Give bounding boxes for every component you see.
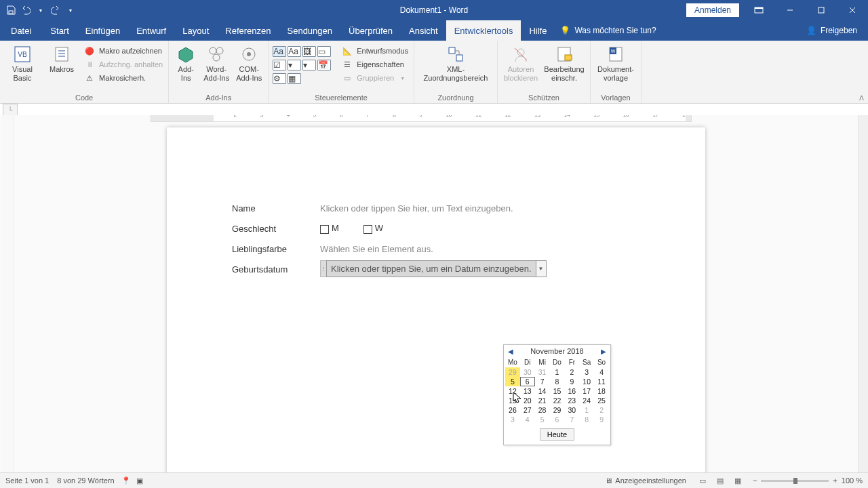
dropdown-list-control-icon[interactable]: ▾ xyxy=(302,60,316,70)
document-template-button[interactable]: WDokument- vorlage xyxy=(595,42,637,82)
calendar-day[interactable]: 6 xyxy=(520,377,535,386)
tab-überprüfen[interactable]: Überprüfen xyxy=(340,20,401,41)
calendar-day[interactable]: 3 xyxy=(579,367,594,377)
record-macro-button[interactable]: 🔴Makro aufzeichnen xyxy=(83,45,164,57)
undo-icon[interactable] xyxy=(20,5,31,16)
zoom-slider[interactable] xyxy=(761,480,829,482)
qat-customize-icon[interactable]: ▼ xyxy=(65,5,76,16)
calendar-day[interactable]: 17 xyxy=(579,386,594,396)
calendar-day[interactable]: 18 xyxy=(594,386,609,396)
tab-selector[interactable]: └ xyxy=(3,104,18,116)
design-mode-button[interactable]: 📐Entwurfsmodus xyxy=(340,45,410,57)
calendar-day[interactable]: 14 xyxy=(535,386,550,396)
checkbox-female[interactable]: W xyxy=(363,223,383,233)
calendar-day[interactable]: 23 xyxy=(564,396,579,405)
field-color[interactable]: Wählen Sie ein Element aus. xyxy=(320,244,433,254)
calendar-day[interactable]: 7 xyxy=(564,415,579,424)
minimize-button[interactable] xyxy=(774,0,806,20)
maximize-button[interactable] xyxy=(806,0,837,20)
proofing-icon[interactable]: 📍 xyxy=(121,476,131,485)
tab-layout[interactable]: Layout xyxy=(174,20,217,41)
tab-entwurf[interactable]: Entwurf xyxy=(128,20,174,41)
calendar-next-button[interactable]: ▶ xyxy=(601,348,606,355)
calendar-day[interactable]: 30 xyxy=(520,367,535,377)
calendar-day[interactable]: 2 xyxy=(564,367,579,377)
calendar-day[interactable]: 5 xyxy=(505,377,520,386)
zoom-control[interactable]: − + 100 % xyxy=(753,476,863,485)
calendar-day[interactable]: 19 xyxy=(505,396,520,405)
calendar-day[interactable]: 11 xyxy=(594,377,609,386)
scrollbar-vertical[interactable] xyxy=(858,115,868,473)
addins-button[interactable]: Add- Ins xyxy=(173,42,199,82)
word-addins-button[interactable]: Word- Add-Ins xyxy=(201,42,231,82)
date-picker-control-icon[interactable]: 📅 xyxy=(317,60,331,70)
calendar-day[interactable]: 8 xyxy=(579,415,594,424)
undo-dropdown-icon[interactable]: ▼ xyxy=(35,5,46,16)
zoom-out-button[interactable]: − xyxy=(753,476,757,485)
xml-mapping-button[interactable]: XML- Zuordnungsbereich xyxy=(418,42,493,82)
calendar-day[interactable]: 29 xyxy=(505,367,520,377)
calendar-day[interactable]: 5 xyxy=(535,415,550,424)
calendar-day[interactable]: 4 xyxy=(520,415,535,424)
birthdate-placeholder[interactable]: Klicken oder tippen Sie, um ein Datum ei… xyxy=(326,260,536,277)
sign-in-button[interactable]: Anmelden xyxy=(686,3,739,17)
calendar-day[interactable]: 4 xyxy=(594,367,609,377)
calendar-day[interactable]: 10 xyxy=(579,377,594,386)
tab-referenzen[interactable]: Referenzen xyxy=(217,20,279,41)
repeating-section-control-icon[interactable]: ▭ xyxy=(317,46,331,57)
close-button[interactable] xyxy=(837,0,868,20)
rich-text-control-icon[interactable]: Aa xyxy=(273,46,286,57)
ribbon-display-icon[interactable] xyxy=(743,0,774,20)
calendar-today-button[interactable]: Heute xyxy=(540,428,574,441)
macro-security-button[interactable]: ⚠Makrosicherh. xyxy=(83,72,164,84)
status-page[interactable]: Seite 1 von 1 xyxy=(5,476,49,485)
calendar-day[interactable]: 30 xyxy=(564,405,579,415)
zoom-in-button[interactable]: + xyxy=(833,476,837,485)
content-control-handle-icon[interactable]: ⋮ xyxy=(320,260,326,277)
calendar-day[interactable]: 9 xyxy=(594,415,609,424)
save-icon[interactable] xyxy=(5,5,16,16)
calendar-day[interactable]: 27 xyxy=(520,405,535,415)
tab-datei[interactable]: Datei xyxy=(0,20,42,41)
calendar-day[interactable]: 26 xyxy=(505,405,520,415)
calendar-day[interactable]: 1 xyxy=(550,367,565,377)
properties-button[interactable]: ☰Eigenschaften xyxy=(340,58,410,70)
calendar-day[interactable]: 20 xyxy=(520,396,535,405)
print-layout-button[interactable]: ▤ xyxy=(712,474,728,487)
legacy-tools-icon[interactable]: ⚙ xyxy=(273,73,286,84)
zoom-level[interactable]: 100 % xyxy=(842,476,863,485)
calendar-day[interactable]: 29 xyxy=(550,405,565,415)
status-word-count[interactable]: 8 von 29 Wörtern xyxy=(57,476,114,485)
plain-text-control-icon[interactable]: Aa xyxy=(288,46,301,57)
combo-box-control-icon[interactable]: ▾ xyxy=(288,60,301,70)
macros-button[interactable]: Makros xyxy=(43,42,80,74)
calendar-day[interactable]: 7 xyxy=(535,377,550,386)
tab-entwicklertools[interactable]: Entwicklertools xyxy=(446,20,521,41)
tab-sendungen[interactable]: Sendungen xyxy=(279,20,341,41)
document-page[interactable]: Name Klicken oder tippen Sie hier, um Te… xyxy=(167,127,705,473)
calendar-prev-button[interactable]: ◀ xyxy=(508,348,513,355)
checkbox-male[interactable]: M xyxy=(320,223,339,233)
field-name[interactable]: Klicken oder tippen Sie hier, um Text ei… xyxy=(320,203,513,214)
calendar-day[interactable]: 28 xyxy=(535,405,550,415)
tell-me-search[interactable]: 💡 Was möchten Sie tun? xyxy=(560,20,656,41)
share-button[interactable]: 👤 Freigeben xyxy=(795,20,868,41)
macro-status-icon[interactable]: ▣ xyxy=(136,476,143,485)
picture-control-icon[interactable]: 🖼 xyxy=(302,46,316,57)
calendar-day[interactable]: 22 xyxy=(550,396,565,405)
read-mode-button[interactable]: ▭ xyxy=(694,474,711,487)
tab-ansicht[interactable]: Ansicht xyxy=(401,20,446,41)
visual-basic-button[interactable]: VB Visual Basic xyxy=(4,42,41,82)
calendar-day[interactable]: 1 xyxy=(579,405,594,415)
date-dropdown-button[interactable]: ▼ xyxy=(536,260,547,277)
tab-hilfe[interactable]: Hilfe xyxy=(521,20,555,41)
field-birthdate[interactable]: ⋮ Klicken oder tippen Sie, um ein Datum … xyxy=(320,260,547,277)
calendar-month-label[interactable]: November 2018 xyxy=(530,347,583,355)
controls-gallery[interactable]: Aa☑⚙ Aa▾▦ 🖼▾ ▭📅 xyxy=(273,42,335,84)
calendar-day[interactable]: 15 xyxy=(550,386,565,396)
redo-icon[interactable] xyxy=(50,5,61,16)
ruler-horizontal-scale[interactable]: 12123456789101112131415161718 xyxy=(151,115,692,122)
com-addins-button[interactable]: COM- Add-Ins xyxy=(234,42,264,82)
tab-einfügen[interactable]: Einfügen xyxy=(77,20,128,41)
calendar-day[interactable]: 13 xyxy=(520,386,535,396)
